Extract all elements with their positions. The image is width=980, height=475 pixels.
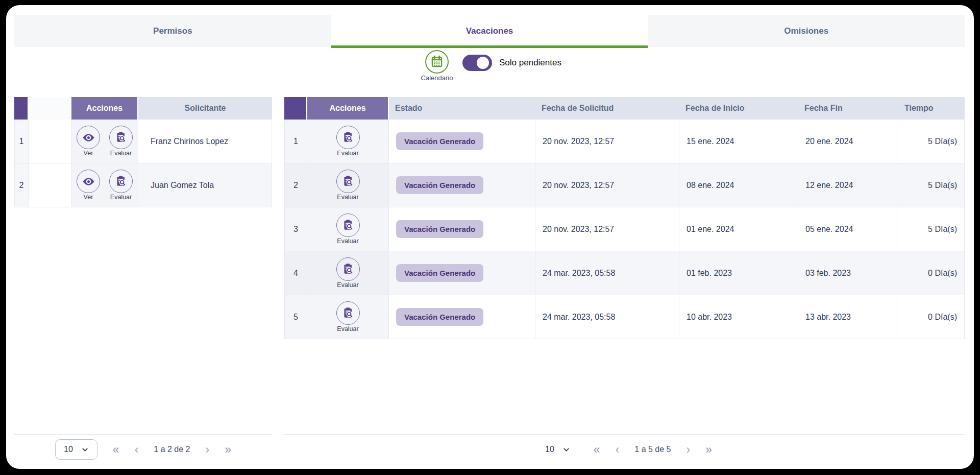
- action-ver-button[interactable]: Ver: [74, 126, 103, 157]
- row-number-cell: 5: [284, 295, 307, 339]
- header-estado: Estado: [389, 97, 535, 120]
- fecha-fin-cell: 13 abr. 2023: [798, 295, 898, 339]
- fecha-solicitud-cell: 20 nov. 2023, 12:57: [535, 207, 679, 251]
- acciones-cell: VerEvaluar: [71, 163, 138, 207]
- action-label: Ver: [84, 150, 93, 157]
- clipboard-search-icon: [341, 131, 355, 144]
- row-number-cell: 2: [14, 163, 29, 207]
- actions-group: VerEvaluar: [71, 126, 138, 157]
- last-page-button[interactable]: »: [705, 444, 712, 456]
- row-number-cell: 3: [284, 207, 307, 251]
- page-size-select[interactable]: 10: [537, 440, 578, 459]
- fecha-fin-cell: 03 feb. 2023: [798, 251, 898, 295]
- header-fecha-inicio: Fecha de Inicio: [679, 97, 798, 120]
- clipboard-search-icon: [109, 170, 133, 193]
- calendar-button[interactable]: Calendario: [419, 50, 455, 82]
- prev-page-button[interactable]: ‹: [616, 444, 620, 456]
- tiempo-cell: 0 Día(s): [898, 295, 965, 339]
- page-size-value: 10: [64, 445, 73, 454]
- header-acciones: Acciones: [307, 97, 389, 120]
- header-empty-cell: [29, 97, 71, 120]
- clipboard-search-icon: [336, 257, 360, 281]
- fecha-fin-cell: 12 ene. 2024: [798, 163, 898, 207]
- clipboard-search-icon: [341, 306, 355, 320]
- row-number-cell: 1: [284, 120, 307, 163]
- left-table: AccionesSolicitante1VerEvaluarFranz Chir…: [14, 97, 272, 434]
- action-label: Evaluar: [110, 194, 132, 201]
- last-page-button[interactable]: »: [225, 444, 231, 456]
- action-label: Evaluar: [337, 281, 358, 289]
- header-index-cell: [284, 97, 307, 120]
- action-evaluar-button[interactable]: Evaluar: [106, 126, 136, 157]
- header-tiempo: Tiempo: [898, 97, 965, 120]
- next-page-button[interactable]: ›: [205, 444, 209, 456]
- clipboard-search-icon: [114, 175, 128, 188]
- action-evaluar-button[interactable]: Evaluar: [333, 126, 363, 157]
- toggle-label: Solo pendientes: [499, 58, 561, 68]
- calendar-button-label: Calendario: [421, 74, 453, 82]
- header-fecha-solicitud: Fecha de Solicitud: [535, 97, 679, 120]
- action-ver-button[interactable]: Ver: [74, 170, 103, 201]
- acciones-cell: Evaluar: [307, 207, 389, 251]
- fecha-solicitud-cell: 20 nov. 2023, 12:57: [535, 120, 679, 163]
- clipboard-search-icon: [109, 126, 133, 149]
- vacaciones-panel: AccionesEstadoFecha de SolicitudFecha de…: [284, 97, 965, 464]
- tab-vacaciones[interactable]: Vacaciones: [331, 15, 648, 47]
- toolbar: Calendario Solo pendientes: [6, 47, 974, 97]
- clipboard-search-icon: [341, 263, 355, 276]
- chevron-down-icon: [562, 446, 570, 454]
- fecha-inicio-cell: 08 ene. 2024: [679, 163, 798, 207]
- estado-cell: Vacación Generado: [389, 251, 535, 295]
- tiempo-cell: 5 Día(s): [898, 120, 965, 163]
- prev-page-button[interactable]: ‹: [135, 444, 139, 456]
- fecha-inicio-cell: 01 feb. 2023: [679, 251, 798, 295]
- clipboard-search-icon: [114, 131, 128, 144]
- next-page-button[interactable]: ›: [686, 444, 690, 456]
- eye-icon: [82, 131, 95, 145]
- tab-omisiones[interactable]: Omisiones: [648, 15, 965, 47]
- action-evaluar-button[interactable]: Evaluar: [333, 257, 363, 289]
- estado-cell: Vacación Generado: [389, 163, 535, 207]
- estado-badge: Vacación Generado: [396, 264, 483, 282]
- action-label: Ver: [84, 194, 93, 201]
- tab-permisos[interactable]: Permisos: [14, 15, 331, 47]
- solo-pendientes-toggle[interactable]: [462, 55, 492, 71]
- fecha-solicitud-cell: 24 mar. 2023, 05:58: [535, 251, 679, 295]
- action-evaluar-button[interactable]: Evaluar: [106, 170, 136, 201]
- solicitante-cell: Juan Gomez Tola: [138, 163, 272, 207]
- page-size-select[interactable]: 10: [55, 439, 97, 460]
- permisos-panel: AccionesSolicitante1VerEvaluarFranz Chir…: [14, 97, 272, 464]
- action-evaluar-button[interactable]: Evaluar: [333, 213, 363, 245]
- action-evaluar-button[interactable]: Evaluar: [333, 301, 363, 332]
- acciones-cell: Evaluar: [307, 295, 389, 339]
- first-page-button[interactable]: «: [594, 444, 600, 456]
- header-index-cell: [14, 97, 29, 120]
- first-page-button[interactable]: «: [113, 444, 119, 456]
- clipboard-search-icon: [336, 126, 360, 149]
- right-paginator: 10 « ‹ 1 a 5 de 5 › »: [284, 434, 965, 464]
- tab-bar: PermisosVacacionesOmisiones: [14, 15, 965, 47]
- row-number-cell: 1: [14, 120, 29, 163]
- fecha-fin-cell: 05 ene. 2024: [798, 207, 898, 251]
- tiempo-cell: 5 Día(s): [898, 163, 965, 207]
- app-window: PermisosVacacionesOmisiones Calendario S…: [6, 5, 974, 469]
- active-tab-underline: [331, 45, 648, 48]
- page-range-label: 1 a 2 de 2: [154, 445, 190, 454]
- eye-icon: [82, 175, 95, 188]
- estado-cell: Vacación Generado: [389, 207, 535, 251]
- chevron-down-icon: [81, 446, 89, 454]
- estado-badge: Vacación Generado: [396, 308, 483, 326]
- action-label: Evaluar: [337, 325, 358, 332]
- clipboard-search-icon: [341, 175, 355, 188]
- action-evaluar-button[interactable]: Evaluar: [333, 170, 363, 201]
- fecha-solicitud-cell: 20 nov. 2023, 12:57: [535, 163, 679, 207]
- tiempo-cell: 5 Día(s): [898, 207, 965, 251]
- fecha-inicio-cell: 10 abr. 2023: [679, 295, 798, 339]
- eye-icon: [77, 126, 100, 149]
- page-range-label: 1 a 5 de 5: [634, 445, 671, 454]
- fecha-inicio-cell: 01 ene. 2024: [679, 207, 798, 251]
- clipboard-search-icon: [336, 213, 360, 237]
- solicitante-cell: Franz Chirinos Lopez: [138, 120, 272, 163]
- estado-badge: Vacación Generado: [396, 132, 483, 150]
- fecha-solicitud-cell: 24 mar. 2023, 05:58: [535, 295, 679, 339]
